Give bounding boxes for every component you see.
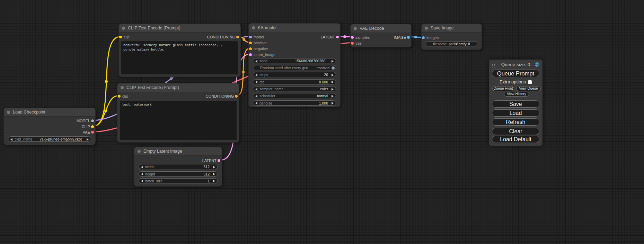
node-empty-latent-image[interactable]: Empty Latent Image LATENT width 512 heig… [134,147,222,187]
increment-arrow-icon[interactable] [87,138,89,141]
images-input-dot[interactable] [422,36,425,39]
input-slot-vae[interactable]: vae [351,40,362,46]
view-history-button[interactable]: View History [504,92,529,97]
steps-widget[interactable]: steps 20 [253,72,336,77]
queue-panel[interactable]: Queue size: 0 Queue Prompt Extra options… [489,60,542,146]
decrement-arrow-icon[interactable] [141,166,143,169]
extra-options-checkbox[interactable] [528,80,532,84]
collapse-dot-icon[interactable] [138,150,141,153]
node-load-checkpoint[interactable]: Load Checkpoint MODEL CLIP VAE ckpt_name… [3,108,96,145]
toggle-dot[interactable] [332,66,335,70]
queue-prompt-button[interactable]: Queue Prompt [492,70,539,77]
load-default-button[interactable]: Load Default [492,136,539,143]
scheduler-widget[interactable]: scheduler normal [253,93,336,98]
decrement-arrow-icon[interactable] [255,81,257,83]
collapse-dot-icon[interactable] [354,27,357,30]
increment-arrow-icon[interactable] [332,81,334,83]
collapse-dot-icon[interactable] [121,86,124,89]
seed-widget[interactable]: seed 156680208700286 [253,58,336,63]
output-slot-image[interactable]: IMAGE [394,35,411,40]
queue-front-button[interactable]: Queue Front [492,86,514,91]
decrement-arrow-icon[interactable] [255,102,257,105]
output-slot-latent[interactable]: LATENT [202,158,222,163]
conditioning-output-dot[interactable] [235,95,238,98]
increment-arrow-icon[interactable] [332,95,334,98]
cfg-widget[interactable]: cfg 8.000 [253,79,336,84]
node-save-image[interactable]: Save Image images filename_prefix ComfyU… [421,24,482,50]
gear-icon[interactable] [534,62,540,67]
decrement-arrow-icon[interactable] [141,173,143,175]
refresh-button[interactable]: Refresh [492,118,539,126]
input-slot-clip[interactable]: clip [119,34,130,40]
increment-arrow-icon[interactable] [332,74,334,76]
image-output-dot[interactable] [407,36,410,39]
node-title-bar[interactable]: KSampler [249,24,340,32]
model-input-dot[interactable] [249,36,252,38]
increment-arrow-icon[interactable] [332,60,334,63]
random-seed-toggle-widget[interactable]: Random seed after every gen enabled [253,65,336,70]
conditioning-output-dot[interactable] [236,36,239,38]
batch-size-widget[interactable]: batch_size 1 [139,178,218,183]
node-title-bar[interactable]: Load Checkpoint [4,108,95,117]
input-slot-images[interactable]: images [422,35,439,40]
positive-input-dot[interactable] [249,42,252,44]
denoise-widget[interactable]: denoise 1.000 [253,100,336,106]
node-clip-text-encode-positive[interactable]: CLIP Text Encode (Prompt) clip CONDITION… [118,24,241,77]
output-slot-vae[interactable]: VAE [83,129,95,135]
ckpt-name-widget[interactable]: ckpt_name v1-5-pruned-emaonly.ckpt [8,136,91,142]
clip-input-dot[interactable] [118,95,121,98]
input-slot-model[interactable]: model [249,34,264,40]
output-slot-conditioning[interactable]: CONDITIONING [206,93,239,99]
output-slot-clip[interactable]: CLIP [82,124,95,129]
decrement-arrow-icon[interactable] [141,180,143,182]
output-slot-conditioning[interactable]: CONDITIONING [207,34,240,40]
output-slot-latent[interactable]: LATENT [321,34,340,40]
increment-arrow-icon[interactable] [213,173,215,175]
latent-output-dot[interactable] [218,159,220,162]
clip-input-dot[interactable] [119,36,122,38]
latent-output-dot[interactable] [336,36,339,38]
node-ksampler[interactable]: KSampler model positive negative latent_… [248,23,341,107]
node-title-bar[interactable]: CLIP Text Encode (Prompt) [119,24,240,33]
node-clip-text-encode-negative[interactable]: CLIP Text Encode (Prompt) clip CONDITION… [117,83,239,143]
samples-input-dot[interactable] [351,36,354,39]
clear-button[interactable]: Clear [492,128,539,135]
width-widget[interactable]: width 512 [139,164,218,169]
input-slot-clip[interactable]: clip [117,93,128,99]
input-slot-latent-image[interactable]: latent_image [249,52,275,57]
increment-arrow-icon[interactable] [213,180,215,182]
clip-output-dot[interactable] [91,125,94,128]
collapse-dot-icon[interactable] [252,26,255,29]
decrement-arrow-icon[interactable] [255,74,257,76]
decrement-arrow-icon[interactable] [255,88,257,91]
input-slot-positive[interactable]: positive [249,40,266,46]
increment-arrow-icon[interactable] [332,102,334,105]
negative-input-dot[interactable] [249,47,252,50]
node-title-bar[interactable]: CLIP Text Encode (Prompt) [117,83,239,92]
collapse-dot-icon[interactable] [122,27,125,30]
increment-arrow-icon[interactable] [332,88,334,91]
vae-output-dot[interactable] [91,131,94,134]
vae-input-dot[interactable] [351,42,354,45]
increment-arrow-icon[interactable] [213,166,215,169]
save-button[interactable]: Save [492,100,539,108]
node-vae-decode[interactable]: VAE Decode samples vae IMAGE [350,24,412,47]
input-slot-samples[interactable]: samples [351,35,370,40]
height-widget[interactable]: height 512 [139,171,218,177]
collapse-dot-icon[interactable] [7,111,10,114]
view-queue-button[interactable]: View Queue [516,86,541,91]
decrement-arrow-icon[interactable] [10,138,12,141]
node-graph-canvas[interactable]: Load Checkpoint MODEL CLIP VAE ckpt_name… [0,0,644,244]
input-slot-negative[interactable]: negative [249,46,268,52]
node-title-bar[interactable]: Save Image [422,24,482,33]
decrement-arrow-icon[interactable] [255,95,257,98]
load-button[interactable]: Load [492,109,539,117]
negative-prompt-textarea[interactable]: text, watermark [120,101,237,140]
output-slot-model[interactable]: MODEL [77,118,95,124]
collapse-dot-icon[interactable] [425,27,428,30]
model-output-dot[interactable] [91,119,94,122]
decrement-arrow-icon[interactable] [255,60,257,63]
filename-prefix-widget[interactable]: filename_prefix ComfyUI [426,41,477,46]
node-title-bar[interactable]: VAE Decode [351,24,411,33]
sampler-name-widget[interactable]: sampler_name euler [253,86,336,91]
